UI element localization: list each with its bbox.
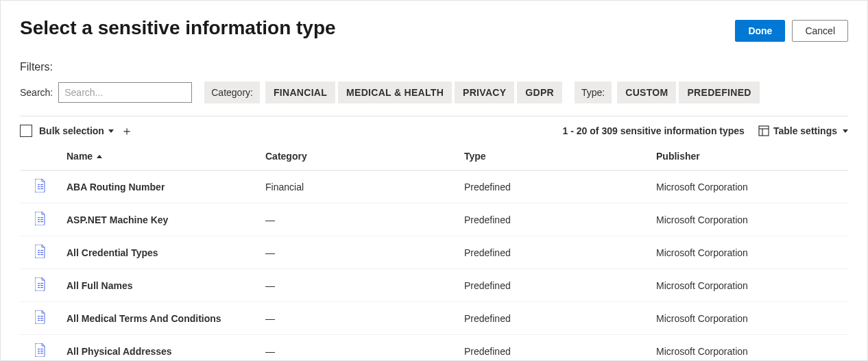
- row-name[interactable]: ABA Routing Number: [61, 171, 260, 203]
- type-label: Type:: [575, 82, 612, 103]
- col-type-header[interactable]: Type: [459, 144, 651, 171]
- plus-icon[interactable]: ＋: [121, 125, 133, 137]
- header-actions: Done Cancel: [735, 20, 848, 42]
- panel: Select a sensitive information type Done…: [0, 0, 868, 361]
- bulk-checkbox[interactable]: [20, 125, 32, 137]
- svg-rect-12: [40, 219, 43, 220]
- bulk-selection-label: Bulk selection: [39, 125, 104, 136]
- col-icon-header: [20, 144, 61, 171]
- row-name[interactable]: All Full Names: [61, 269, 260, 302]
- svg-rect-37: [38, 353, 40, 353]
- row-type: Predefined: [459, 236, 651, 269]
- page-title: Select a sensitive information type: [20, 17, 336, 39]
- document-icon: [35, 245, 46, 258]
- row-name[interactable]: ASP.NET Machine Key: [61, 203, 260, 236]
- svg-rect-0: [759, 126, 769, 136]
- col-category-header[interactable]: Category: [260, 144, 459, 171]
- search-input[interactable]: [58, 82, 192, 103]
- type-group: Type: CUSTOM PREDEFINED: [575, 82, 760, 103]
- col-name-label: Name: [67, 151, 93, 162]
- row-icon-cell: [20, 236, 61, 269]
- search-group: Search:: [20, 82, 192, 103]
- row-name[interactable]: All Medical Terms And Conditions: [61, 302, 260, 335]
- svg-rect-9: [38, 217, 40, 218]
- svg-rect-35: [38, 351, 40, 351]
- document-icon: [35, 179, 46, 192]
- svg-rect-32: [40, 320, 43, 321]
- header-row: Select a sensitive information type Done…: [20, 17, 848, 42]
- row-publisher: Microsoft Corporation: [651, 203, 848, 236]
- svg-rect-23: [38, 285, 40, 286]
- svg-rect-24: [40, 285, 43, 286]
- row-name[interactable]: All Credential Types: [61, 236, 260, 269]
- svg-rect-11: [38, 219, 40, 220]
- table-row[interactable]: ASP.NET Machine Key—PredefinedMicrosoft …: [20, 203, 848, 236]
- row-icon-cell: [20, 269, 61, 302]
- table-row[interactable]: All Physical Addresses—PredefinedMicroso…: [20, 335, 848, 362]
- document-icon: [35, 310, 46, 324]
- svg-rect-27: [38, 316, 40, 316]
- category-chip-medical-health[interactable]: MEDICAL & HEALTH: [338, 82, 452, 103]
- svg-rect-16: [40, 250, 43, 251]
- row-icon-cell: [20, 335, 61, 362]
- svg-rect-33: [38, 349, 40, 349]
- svg-rect-3: [38, 184, 40, 185]
- search-label: Search:: [20, 87, 53, 98]
- cancel-button[interactable]: Cancel: [792, 20, 848, 42]
- svg-rect-7: [38, 188, 40, 189]
- row-category: —: [260, 203, 459, 236]
- svg-rect-10: [40, 217, 43, 218]
- category-label: Category:: [204, 82, 260, 103]
- table-row[interactable]: All Medical Terms And Conditions—Predefi…: [20, 302, 848, 335]
- table-settings-button[interactable]: Table settings: [758, 125, 848, 136]
- svg-rect-28: [40, 316, 43, 316]
- svg-rect-18: [40, 252, 43, 253]
- svg-rect-8: [40, 188, 43, 189]
- table-row[interactable]: All Credential Types—PredefinedMicrosoft…: [20, 236, 848, 269]
- chevron-down-icon: [108, 129, 114, 133]
- row-type: Predefined: [459, 269, 651, 302]
- row-icon-cell: [20, 171, 61, 203]
- category-group: Category: FINANCIAL MEDICAL & HEALTH PRI…: [204, 82, 562, 103]
- svg-rect-29: [38, 318, 40, 319]
- svg-rect-31: [38, 320, 40, 321]
- document-icon: [35, 277, 46, 291]
- done-button[interactable]: Done: [735, 20, 785, 42]
- table-row[interactable]: ABA Routing NumberFinancialPredefinedMic…: [20, 171, 848, 203]
- svg-rect-13: [38, 221, 40, 222]
- pager-text: 1 - 20 of 309 sensitive information type…: [563, 125, 745, 136]
- table-row[interactable]: All Full Names—PredefinedMicrosoft Corpo…: [20, 269, 848, 302]
- category-chips: FINANCIAL MEDICAL & HEALTH PRIVACY GDPR: [265, 82, 562, 103]
- svg-rect-19: [38, 254, 40, 255]
- category-chip-gdpr[interactable]: GDPR: [517, 82, 562, 103]
- svg-rect-14: [40, 221, 43, 222]
- bulk-selection-dropdown[interactable]: Bulk selection: [39, 125, 114, 136]
- svg-rect-15: [38, 250, 40, 251]
- sit-table: Name Category Type Publisher ABA Routing…: [20, 144, 848, 361]
- svg-rect-38: [40, 353, 43, 353]
- row-name[interactable]: All Physical Addresses: [61, 335, 260, 362]
- svg-rect-30: [40, 318, 43, 319]
- row-category: —: [260, 335, 459, 362]
- svg-rect-5: [38, 186, 40, 187]
- category-chip-privacy[interactable]: PRIVACY: [455, 82, 514, 103]
- row-publisher: Microsoft Corporation: [651, 335, 848, 362]
- svg-rect-25: [38, 287, 40, 288]
- svg-rect-22: [40, 283, 43, 284]
- sort-asc-icon: [97, 155, 102, 158]
- row-publisher: Microsoft Corporation: [651, 236, 848, 269]
- category-chip-financial[interactable]: FINANCIAL: [265, 82, 335, 103]
- col-publisher-header[interactable]: Publisher: [651, 144, 848, 171]
- toolbar-right: 1 - 20 of 309 sensitive information type…: [563, 125, 848, 136]
- row-type: Predefined: [459, 171, 651, 203]
- type-chip-custom[interactable]: CUSTOM: [617, 82, 676, 103]
- row-category: Financial: [260, 171, 459, 203]
- svg-rect-34: [40, 349, 43, 349]
- type-chips: CUSTOM PREDEFINED: [617, 82, 759, 103]
- type-chip-predefined[interactable]: PREDEFINED: [679, 82, 759, 103]
- row-publisher: Microsoft Corporation: [651, 171, 848, 203]
- svg-rect-4: [40, 184, 43, 185]
- row-type: Predefined: [459, 335, 651, 362]
- col-name-header[interactable]: Name: [61, 144, 260, 171]
- row-publisher: Microsoft Corporation: [651, 302, 848, 335]
